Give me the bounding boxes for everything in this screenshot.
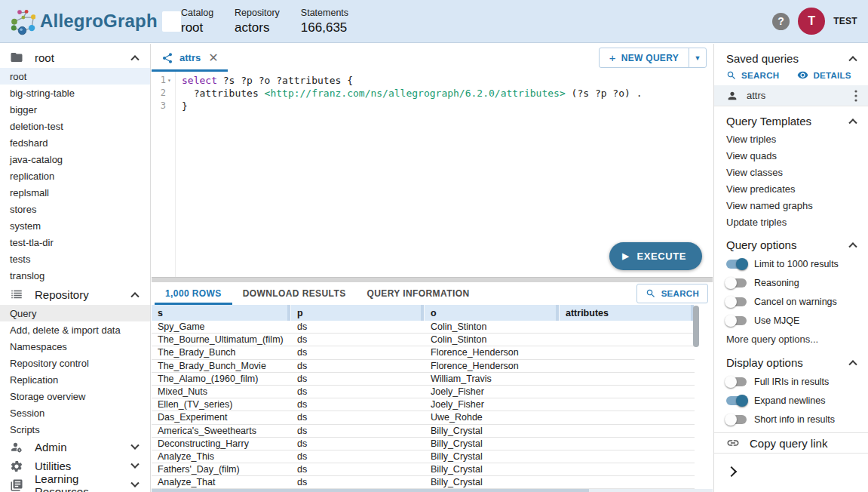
results-tab[interactable]: DOWNLOAD RESULTS xyxy=(232,282,357,305)
cell-s[interactable]: The_Alamo_(1960_film) xyxy=(152,373,291,385)
sidebar-item-catalog[interactable]: fedshard xyxy=(0,134,150,151)
query-template-item[interactable]: View triples xyxy=(714,131,868,147)
cell-p[interactable]: ds xyxy=(291,463,425,475)
cell-p[interactable]: ds xyxy=(291,360,425,372)
cell-p[interactable]: ds xyxy=(291,334,425,346)
sidebar-item-catalog[interactable]: replication xyxy=(0,168,150,184)
horizontal-scrollbar-thumb[interactable] xyxy=(152,489,589,492)
cell-o[interactable]: Florence_Henderson xyxy=(425,360,560,372)
saved-queries-header[interactable]: Saved queries xyxy=(714,48,868,68)
sidebar-item-repository[interactable]: Replication xyxy=(0,371,150,388)
nav-section-learning[interactable]: Learning Resources xyxy=(0,475,150,492)
toggle-switch[interactable] xyxy=(726,278,747,288)
cell-attributes[interactable] xyxy=(560,321,695,333)
sidebar-item-catalog[interactable]: bigger xyxy=(0,101,150,118)
close-icon[interactable]: ✕ xyxy=(208,52,218,64)
fold-chevron-icon[interactable]: ▾ xyxy=(166,74,173,87)
toggle-option[interactable]: Limit to 1000 results xyxy=(714,254,868,273)
saved-query-item[interactable]: attrs xyxy=(714,85,868,106)
query-template-item[interactable]: View named graphs xyxy=(714,197,868,214)
cell-p[interactable]: ds xyxy=(291,373,425,385)
sidebar-item-catalog[interactable]: java-catalog xyxy=(0,151,150,168)
toggle-option[interactable]: Expand newlines xyxy=(714,391,868,410)
sidebar-item-catalog[interactable]: big-string-table xyxy=(0,85,150,101)
cell-s[interactable]: Analyze_That xyxy=(152,476,291,488)
cell-s[interactable]: Analyze_This xyxy=(152,450,291,463)
copy-query-link-button[interactable]: Copy query link xyxy=(714,432,868,454)
column-header[interactable]: p xyxy=(291,305,425,321)
saved-search-link[interactable]: SEARCH xyxy=(726,69,779,81)
column-header[interactable]: s xyxy=(152,305,291,321)
query-template-item[interactable]: View classes xyxy=(714,164,868,180)
sidebar-item-catalog[interactable]: system xyxy=(0,217,150,234)
query-options-header[interactable]: Query options xyxy=(714,235,868,254)
toggle-switch[interactable] xyxy=(726,297,747,306)
query-template-item[interactable]: View quads xyxy=(714,147,868,164)
panel-collapse-button[interactable] xyxy=(725,462,738,481)
cell-o[interactable]: Billy_Crystal xyxy=(425,476,560,488)
sidebar-item-repository[interactable]: Query xyxy=(0,305,150,321)
cell-attributes[interactable] xyxy=(560,360,695,372)
results-tab[interactable]: 1,000 ROWS xyxy=(155,282,232,305)
toggle-option[interactable]: Use MJQE xyxy=(714,311,868,330)
toggle-option[interactable]: Cancel on warnings xyxy=(714,292,868,311)
nav-section-root[interactable]: root xyxy=(0,47,150,68)
cell-o[interactable]: Billy_Crystal xyxy=(425,463,560,475)
sidebar-item-repository[interactable]: Namespaces xyxy=(0,338,150,355)
cell-o[interactable]: William_Travis xyxy=(425,373,560,385)
nav-section-admin[interactable]: Admin xyxy=(0,438,150,457)
sidebar-item-catalog[interactable]: translog xyxy=(0,267,150,284)
cell-o[interactable]: Uwe_Rohde xyxy=(425,411,560,423)
nav-section-repository[interactable]: Repository xyxy=(0,284,150,305)
cell-p[interactable]: ds xyxy=(291,411,425,423)
cell-o[interactable]: Florence_Henderson xyxy=(425,346,560,358)
query-tab-attrs[interactable]: attrs ✕ xyxy=(152,44,228,72)
cell-o[interactable]: Colin_Stinton xyxy=(425,334,560,346)
cell-s[interactable]: Das_Experiment xyxy=(152,411,291,423)
cell-s[interactable]: Spy_Game xyxy=(152,321,291,333)
cell-attributes[interactable] xyxy=(560,411,695,423)
sidebar-item-catalog[interactable]: deletion-test xyxy=(0,118,150,134)
cell-s[interactable]: Deconstructing_Harry xyxy=(152,438,291,450)
cell-s[interactable]: Fathers'_Day_(film) xyxy=(152,463,291,475)
toggle-option[interactable]: Short info in results xyxy=(714,410,868,429)
cell-attributes[interactable] xyxy=(560,476,695,488)
kebab-menu-icon[interactable] xyxy=(850,88,862,103)
cell-o[interactable]: Colin_Stinton xyxy=(425,321,560,333)
cell-attributes[interactable] xyxy=(560,450,695,463)
results-tab[interactable]: QUERY INFORMATION xyxy=(357,282,480,305)
query-template-item[interactable]: View predicates xyxy=(714,180,868,197)
toggle-switch[interactable] xyxy=(726,415,747,424)
cell-p[interactable]: ds xyxy=(291,321,425,333)
toggle-option[interactable]: Reasoning xyxy=(714,273,868,292)
sidebar-item-catalog[interactable]: replsmall xyxy=(0,184,150,201)
cell-p[interactable]: ds xyxy=(291,346,425,358)
cell-attributes[interactable] xyxy=(560,438,695,450)
sidebar-item-repository[interactable]: Repository control xyxy=(0,355,150,371)
cell-attributes[interactable] xyxy=(560,346,695,358)
cell-attributes[interactable] xyxy=(560,334,695,346)
cell-o[interactable]: Billy_Crystal xyxy=(425,438,560,450)
cell-attributes[interactable] xyxy=(560,463,695,475)
sidebar-item-repository[interactable]: Add, delete & import data xyxy=(0,321,150,338)
cell-s[interactable]: The_Brady_Bunch xyxy=(152,346,291,358)
cell-o[interactable]: Joely_Fisher xyxy=(425,398,560,411)
pane-splitter[interactable] xyxy=(152,277,713,282)
cell-s[interactable]: Ellen_(TV_series) xyxy=(152,398,291,411)
cell-p[interactable]: ds xyxy=(291,450,425,463)
sidebar-item-repository[interactable]: Storage overview xyxy=(0,388,150,404)
query-editor[interactable]: 1▾ select ?s ?p ?o ?attributes { 2▾ ?att… xyxy=(152,72,713,277)
more-query-options-link[interactable]: More query options... xyxy=(714,330,868,348)
cell-p[interactable]: ds xyxy=(291,386,425,398)
display-options-header[interactable]: Display options xyxy=(714,352,868,372)
cell-o[interactable]: Billy_Crystal xyxy=(425,450,560,463)
horizontal-scrollbar[interactable] xyxy=(152,489,713,492)
sidebar-item-catalog[interactable]: tests xyxy=(0,251,150,267)
cell-attributes[interactable] xyxy=(560,398,695,411)
cell-p[interactable]: ds xyxy=(291,438,425,450)
toggle-switch[interactable] xyxy=(726,316,747,325)
sidebar-item-repository[interactable]: Scripts xyxy=(0,421,150,438)
results-search-button[interactable]: SEARCH xyxy=(636,284,708,303)
column-header[interactable]: attributes xyxy=(560,305,695,321)
cell-p[interactable]: ds xyxy=(291,398,425,411)
